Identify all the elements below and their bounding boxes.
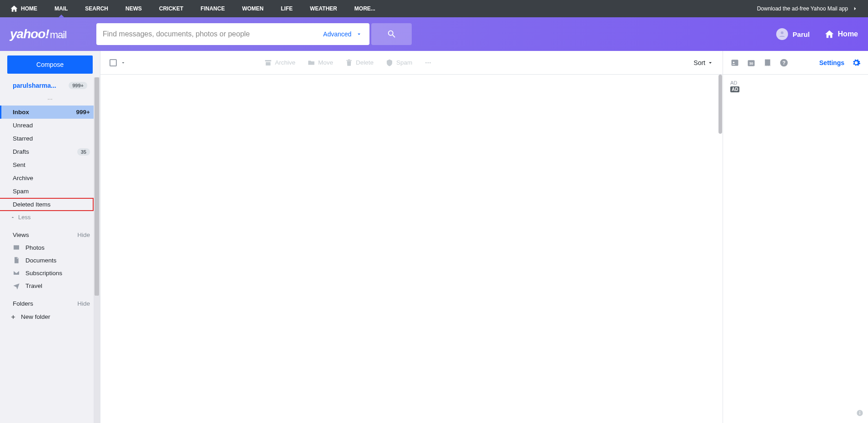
user-menu[interactable]: Parul xyxy=(776,28,810,40)
move-button[interactable]: Move xyxy=(307,59,333,67)
nav-home-label: HOME xyxy=(21,5,37,12)
arrow-right-icon xyxy=(852,5,858,12)
chevron-up-icon xyxy=(10,215,15,220)
svg-point-12 xyxy=(859,411,860,412)
nav-home[interactable]: HOME xyxy=(10,0,37,17)
folder-starred[interactable]: Starred xyxy=(0,132,100,145)
shield-icon xyxy=(385,59,394,67)
message-pane: Archive Move Delete Spam xyxy=(100,51,723,423)
folder-spam[interactable]: Spam xyxy=(0,185,100,198)
view-travel[interactable]: Travel xyxy=(0,279,100,292)
hide-views[interactable]: Hide xyxy=(77,232,90,238)
doc-icon xyxy=(13,257,20,264)
collapse-toggle[interactable]: … xyxy=(0,93,100,106)
folder-deleted-items[interactable]: Deleted Items xyxy=(0,198,94,211)
plane-icon xyxy=(13,282,20,289)
svg-text:30: 30 xyxy=(749,61,753,65)
view-photos[interactable]: Photos xyxy=(0,241,100,254)
gear-icon[interactable] xyxy=(852,58,861,67)
nav-life[interactable]: LIFE xyxy=(281,0,293,17)
archive-icon xyxy=(264,59,272,67)
svg-text:?: ? xyxy=(783,60,786,65)
home-link[interactable]: Home xyxy=(824,29,858,39)
hide-folders[interactable]: Hide xyxy=(77,300,90,307)
account-badge: 999+ xyxy=(69,82,87,89)
info-icon[interactable] xyxy=(852,405,868,423)
more-actions[interactable] xyxy=(424,59,432,67)
ad-chip: AD xyxy=(730,86,739,92)
svg-rect-4 xyxy=(732,60,738,65)
promo-link[interactable]: Download the ad-free Yahoo Mail app xyxy=(757,5,868,12)
nav-more[interactable]: MORE... xyxy=(354,0,375,17)
top-nav: HOME MAIL SEARCH NEWS CRICKET FINANCE WO… xyxy=(0,0,868,17)
folders-header: Folders Hide xyxy=(0,292,100,310)
mail-icon xyxy=(13,269,20,277)
svg-point-5 xyxy=(733,61,734,63)
more-icon xyxy=(424,59,432,67)
plus-icon xyxy=(10,314,16,320)
contacts-icon[interactable] xyxy=(730,58,739,67)
help-icon[interactable]: ? xyxy=(779,58,788,67)
spam-button[interactable]: Spam xyxy=(385,59,412,67)
nav-mail[interactable]: MAIL xyxy=(55,0,68,17)
delete-button[interactable]: Delete xyxy=(345,59,374,67)
sidebar: Compose parulsharma... 999+ … Inbox 999+… xyxy=(0,51,100,423)
less-toggle[interactable]: Less xyxy=(0,211,100,223)
new-folder-button[interactable]: New folder xyxy=(0,310,100,323)
yahoo-mail-logo[interactable]: yahoo!mail xyxy=(10,27,96,41)
account-name: parulsharma... xyxy=(13,82,56,89)
move-icon xyxy=(307,59,315,67)
drafts-badge: 35 xyxy=(77,148,90,156)
folder-inbox[interactable]: Inbox 999+ xyxy=(0,106,100,119)
inbox-badge: 999+ xyxy=(76,109,90,116)
svg-point-2 xyxy=(428,62,429,63)
nav-search[interactable]: SEARCH xyxy=(85,0,108,17)
sidebar-scrollbar[interactable] xyxy=(94,77,100,423)
nav-finance[interactable]: FINANCE xyxy=(200,0,224,17)
view-subscriptions[interactable]: Subscriptions xyxy=(0,267,100,279)
compose-button[interactable]: Compose xyxy=(7,55,93,74)
nav-news[interactable]: NEWS xyxy=(125,0,142,17)
folder-unread[interactable]: Unread xyxy=(0,119,100,132)
settings-link[interactable]: Settings xyxy=(819,59,844,66)
home-icon xyxy=(824,29,834,39)
message-scrollbar[interactable] xyxy=(718,75,723,423)
search-button[interactable] xyxy=(371,23,412,45)
svg-point-0 xyxy=(781,31,783,34)
folder-drafts[interactable]: Drafts 35 xyxy=(0,145,100,158)
ad-slot: AD AD xyxy=(723,75,868,98)
views-header: Views Hide xyxy=(0,223,100,241)
chevron-down-icon xyxy=(356,31,362,37)
avatar xyxy=(776,28,788,40)
notepad-icon[interactable] xyxy=(763,58,772,67)
select-all-checkbox[interactable] xyxy=(110,59,117,66)
trash-icon xyxy=(345,59,353,67)
svg-point-3 xyxy=(429,62,431,63)
search-input[interactable] xyxy=(96,23,316,45)
svg-rect-11 xyxy=(859,413,860,415)
nav-women[interactable]: WOMEN xyxy=(242,0,264,17)
right-panel: 30 ? Settings AD AD xyxy=(723,51,868,423)
home-icon xyxy=(10,5,18,13)
folder-archive[interactable]: Archive xyxy=(0,171,100,185)
chevron-down-icon xyxy=(707,60,713,66)
chevron-down-icon[interactable] xyxy=(120,60,126,65)
nav-cricket[interactable]: CRICKET xyxy=(159,0,183,17)
photo-icon xyxy=(13,244,20,251)
archive-button[interactable]: Archive xyxy=(264,59,295,67)
sort-button[interactable]: Sort xyxy=(693,59,713,66)
view-documents[interactable]: Documents xyxy=(0,254,100,267)
message-toolbar: Archive Move Delete Spam xyxy=(100,51,723,75)
nav-weather[interactable]: WEATHER xyxy=(310,0,337,17)
header: yahoo!mail Advanced Parul Home xyxy=(0,17,868,51)
sidebar-scroll-thumb[interactable] xyxy=(95,77,99,296)
calendar-icon[interactable]: 30 xyxy=(747,58,756,67)
search-bar: Advanced xyxy=(96,23,412,45)
message-list[interactable] xyxy=(100,75,723,423)
svg-point-1 xyxy=(425,62,427,63)
message-scroll-thumb[interactable] xyxy=(718,75,722,134)
advanced-search[interactable]: Advanced xyxy=(316,23,369,45)
account-row[interactable]: parulsharma... 999+ xyxy=(0,78,100,93)
folder-sent[interactable]: Sent xyxy=(0,158,100,171)
main: Compose parulsharma... 999+ … Inbox 999+… xyxy=(0,51,868,423)
